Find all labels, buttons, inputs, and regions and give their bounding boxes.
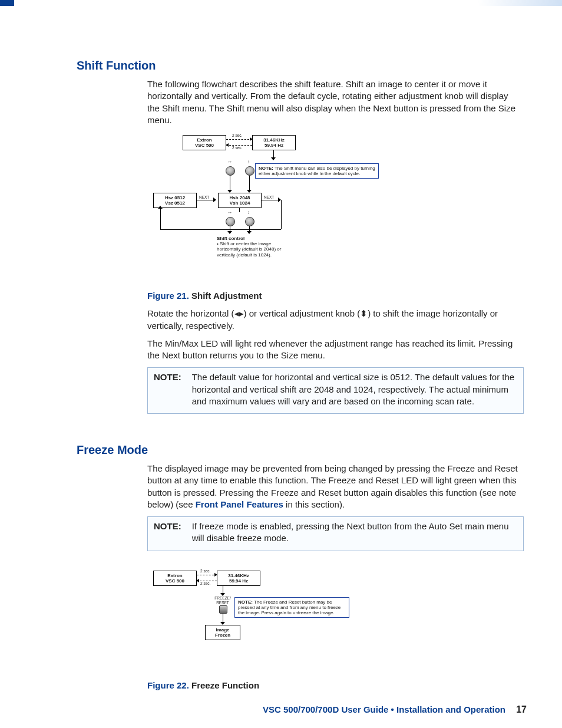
shift-note-label: NOTE: xyxy=(154,371,181,407)
dash-arrow-right xyxy=(250,137,253,141)
footer-title: VSC 500/700/700D User Guide xyxy=(263,704,388,714)
freeze-reset-button-icon xyxy=(219,605,227,614)
dash-arrow-left xyxy=(226,143,229,147)
figure-22-diagram: ExtronVSC 500 31.46KHz59.94 Hz 2 sec. 2 … xyxy=(147,568,527,656)
figure-22-caption: Figure 22. Freeze Function xyxy=(147,680,527,691)
front-panel-features-link[interactable]: Front Panel Features xyxy=(196,499,283,509)
heading-freeze-mode: Freeze Mode xyxy=(77,442,527,458)
figure-21-caption: Figure 21. Shift Adjustment xyxy=(147,290,527,302)
return-down xyxy=(281,200,282,229)
f22-note-text: The Freeze and Reset button may be press… xyxy=(238,599,340,615)
f22-2sec-1: 2 sec. xyxy=(200,569,210,574)
arrow-knob2-b-head xyxy=(247,231,252,234)
shift-diagram-note: NOTE: The Shift menu can also be display… xyxy=(255,163,379,179)
next-label-2: NEXT xyxy=(264,195,274,200)
knob-h-2 xyxy=(226,217,235,226)
arrow-knob2-a-head xyxy=(227,231,232,234)
figure-22-title: Freeze Function xyxy=(191,680,259,690)
knob-v-2 xyxy=(245,217,254,226)
f22-box-freq: 31.46KHz59.94 Hz xyxy=(217,571,260,586)
f22-box-frozen: ImageFrozen xyxy=(205,625,240,640)
figure-21-title: Shift Adjustment xyxy=(191,291,262,301)
label-2sec-top2: 2 sec. xyxy=(232,146,242,151)
next1-head xyxy=(213,197,216,202)
f22-note-label: NOTE: xyxy=(238,599,253,605)
knob-v-1 xyxy=(245,166,254,176)
arrow-shiftdn-line xyxy=(239,207,240,212)
next-label-1: NEXT xyxy=(199,195,209,200)
f22-box-extron: ExtronVSC 500 xyxy=(153,571,197,586)
return-head xyxy=(158,206,163,209)
page-footer: VSC 500/700/700D User Guide • Installati… xyxy=(263,703,527,716)
box-shift: Hsh 2048Vsh 1024 xyxy=(218,193,262,208)
v-arrows-icon-1: ↕ xyxy=(247,159,250,166)
shift-p2-a: Rotate the horizontal ( xyxy=(147,308,234,318)
freeze-note-text: If freeze mode is enabled, pressing the … xyxy=(192,521,517,545)
return-up xyxy=(160,207,161,230)
shift-intro-paragraph: The following flowchart describes the sh… xyxy=(147,78,521,126)
footer-bullet: • xyxy=(391,704,396,714)
knob-h-1 xyxy=(226,166,235,176)
page-body: Shift Function The following flowchart d… xyxy=(0,6,562,728)
shift-note-text: The default value for horizontal and ver… xyxy=(192,371,517,407)
arrow-knob1-down-a xyxy=(230,176,230,191)
freeze-note-label: NOTE: xyxy=(154,521,181,545)
label-2sec-top1: 2 sec. xyxy=(232,133,242,139)
footer-page-number: 17 xyxy=(516,704,527,714)
f22-dash-right-head xyxy=(214,573,217,577)
figure-21-diagram: ExtronVSC 500 31.46KHz59.94 Hz 2 sec. 2 … xyxy=(147,132,527,274)
return-left xyxy=(160,229,281,230)
top-page-bar xyxy=(0,0,562,6)
h-arrows-icon-2: ↔ xyxy=(227,210,232,216)
shift-note-box: NOTE: The default value for horizontal a… xyxy=(147,367,524,414)
shift-p2-b: ) or vertical adjustment knob ( xyxy=(244,308,361,318)
box-freq: 31.46KHz59.94 Hz xyxy=(252,135,296,150)
shift-control-body: Shift or center the image horizontally (… xyxy=(217,241,281,257)
arrow-down-head-top xyxy=(271,157,276,160)
shift-p3: The Min/Max LED will light red whenever … xyxy=(147,338,521,362)
f22-dash-top xyxy=(197,575,217,575)
shift-p2: Rotate the horizontal (◂▸) or vertical a… xyxy=(147,308,521,332)
dashed-link-top xyxy=(226,139,252,140)
heading-shift-function: Shift Function xyxy=(77,58,527,74)
figure-21-label: Figure 21. xyxy=(147,291,189,301)
ud-arrows-icon: ⬍ xyxy=(360,308,368,318)
figure-22-label: Figure 22. xyxy=(147,680,189,690)
f22-2sec-2: 2 sec. xyxy=(200,581,210,587)
shift-diagram-note-label: NOTE: xyxy=(259,166,273,171)
freeze-note-box: NOTE: If freeze mode is enabled, pressin… xyxy=(147,516,524,551)
lr-arrows-icon: ◂▸ xyxy=(234,308,244,318)
f22-freeze-label: FREEZE/RESET xyxy=(211,596,234,607)
footer-section: Installation and Operation xyxy=(396,704,505,714)
shift-control-desc: Shift control • Shift or center the imag… xyxy=(217,236,293,258)
arrow-knob1-down-b xyxy=(249,176,250,191)
f22-note: NOTE: The Freeze and Reset button may be… xyxy=(234,597,349,618)
v-arrows-icon-2: ↕ xyxy=(247,210,250,216)
f22-dash-left-head xyxy=(196,579,199,582)
freeze-intro-b: in this section). xyxy=(283,499,345,509)
box-extron-vsc500: ExtronVSC 500 xyxy=(183,135,226,150)
shift-diagram-note-text: The Shift menu can also be displayed by … xyxy=(259,166,375,176)
freeze-intro: The displayed image may be prevented fro… xyxy=(147,463,521,510)
h-arrows-icon-1: ↔ xyxy=(227,159,232,166)
shift-control-title: Shift control xyxy=(217,236,244,241)
